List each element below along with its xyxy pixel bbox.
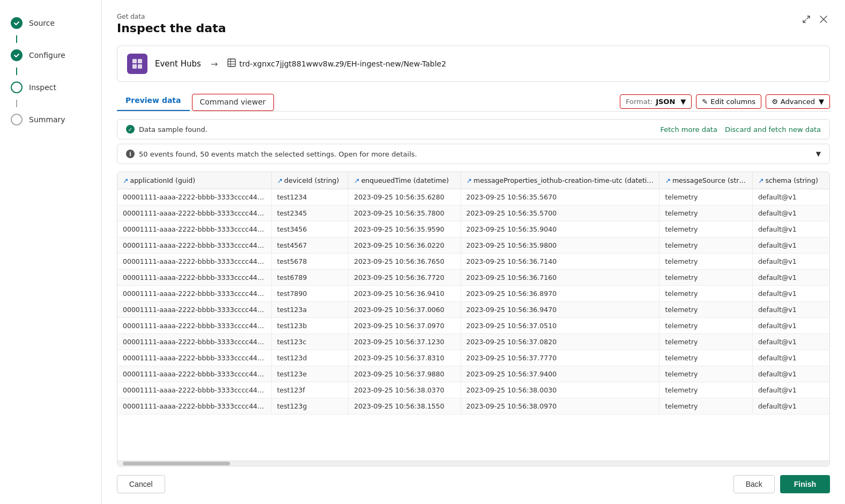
footer: Cancel Back Finish: [117, 475, 830, 493]
col-sort-icon: ↗: [758, 176, 764, 184]
col-header-applicationId: ↗applicationId (guid): [117, 172, 271, 189]
cell-messageProperties: 2023-09-25 10:56:38.0970: [461, 398, 659, 414]
sidebar-label-inspect: Inspect: [29, 83, 56, 92]
data-table-wrap: ↗applicationId (guid)↗deviceId (string)↗…: [117, 172, 830, 466]
format-select[interactable]: Format: JSON ▼: [620, 94, 692, 109]
table-path: trd-xgnxc7jjgt881wwv8w.z9/EH-ingest-new/…: [239, 60, 446, 68]
connector-1: [16, 35, 17, 43]
svg-rect-0: [132, 59, 137, 63]
step-circle-configure: [11, 49, 23, 61]
cell-applicationId: 00001111-aaaa-2222-bbbb-3333cccc4444: [117, 189, 271, 205]
col-sort-icon: ↗: [123, 176, 128, 184]
cell-deviceId: test123f: [271, 382, 349, 398]
cell-applicationId: 00001111-aaaa-2222-bbbb-3333cccc4444: [117, 382, 271, 398]
cell-applicationId: 00001111-aaaa-2222-bbbb-3333cccc4444: [117, 205, 271, 221]
col-header-deviceId: ↗deviceId (string): [271, 172, 349, 189]
info-text: 50 events found, 50 events match the sel…: [139, 150, 417, 158]
close-button[interactable]: [817, 13, 830, 26]
cell-schema: default@v1: [752, 205, 829, 221]
finish-button[interactable]: Finish: [780, 475, 830, 493]
sidebar-item-configure[interactable]: Configure: [0, 43, 101, 68]
cell-messageProperties: 2023-09-25 10:56:35.5700: [461, 205, 659, 221]
page-title: Inspect the data: [117, 21, 226, 35]
format-label: Format:: [626, 98, 653, 106]
cell-deviceId: test123b: [271, 318, 349, 334]
col-sort-icon: ↗: [665, 176, 670, 184]
table-row[interactable]: 00001111-aaaa-2222-bbbb-3333cccc4444test…: [117, 382, 829, 398]
status-left: Data sample found.: [126, 125, 207, 134]
cell-messageProperties: 2023-09-25 10:56:36.7160: [461, 270, 659, 286]
cell-messageSource: telemetry: [659, 270, 752, 286]
table-grid-icon: [227, 58, 236, 69]
table-row[interactable]: 00001111-aaaa-2222-bbbb-3333cccc4444test…: [117, 221, 829, 238]
cell-schema: default@v1: [752, 334, 829, 350]
cell-messageProperties: 2023-09-25 10:56:35.9040: [461, 221, 659, 238]
status-dot: [126, 125, 135, 134]
tab-command[interactable]: Command viewer: [192, 94, 274, 111]
discard-fetch-link[interactable]: Discard and fetch new data: [725, 125, 821, 134]
edit-columns-button[interactable]: ✎ Edit columns: [696, 94, 761, 109]
cell-deviceId: test123a: [271, 302, 349, 318]
table-row[interactable]: 00001111-aaaa-2222-bbbb-3333cccc4444test…: [117, 254, 829, 270]
cell-messageSource: telemetry: [659, 302, 752, 318]
cell-deviceId: test123d: [271, 350, 349, 366]
cell-messageProperties: 2023-09-25 10:56:38.0030: [461, 382, 659, 398]
status-bar: Data sample found. Fetch more data Disca…: [117, 119, 830, 139]
cell-schema: default@v1: [752, 221, 829, 238]
cell-deviceId: test3456: [271, 221, 349, 238]
table-row[interactable]: 00001111-aaaa-2222-bbbb-3333cccc4444test…: [117, 318, 829, 334]
source-bar: Event Hubs → trd-xgnxc7jjgt881wwv8w.z9/E…: [117, 46, 830, 82]
connector-2: [16, 68, 17, 75]
cell-messageSource: telemetry: [659, 221, 752, 238]
cancel-button[interactable]: Cancel: [117, 475, 165, 493]
table-path-area: trd-xgnxc7jjgt881wwv8w.z9/EH-ingest-new/…: [227, 58, 446, 69]
advanced-button[interactable]: ⚙ Advanced ▼: [766, 94, 830, 109]
table-row[interactable]: 00001111-aaaa-2222-bbbb-3333cccc4444test…: [117, 286, 829, 302]
table-row[interactable]: 00001111-aaaa-2222-bbbb-3333cccc4444test…: [117, 205, 829, 221]
col-header-messageProperties: ↗messageProperties_iothub-creation-time-…: [461, 172, 659, 189]
expand-button[interactable]: [800, 13, 813, 26]
fetch-more-link[interactable]: Fetch more data: [660, 125, 717, 134]
sidebar-item-summary[interactable]: Summary: [0, 107, 101, 132]
horizontal-scrollbar[interactable]: [117, 461, 829, 466]
table-row[interactable]: 00001111-aaaa-2222-bbbb-3333cccc4444test…: [117, 350, 829, 366]
table-row[interactable]: 00001111-aaaa-2222-bbbb-3333cccc4444test…: [117, 398, 829, 414]
table-row[interactable]: 00001111-aaaa-2222-bbbb-3333cccc4444test…: [117, 238, 829, 254]
main-content: Get data Inspect the data: [102, 0, 845, 504]
sidebar-item-source[interactable]: Source: [0, 11, 101, 35]
info-bar: i 50 events found, 50 events match the s…: [117, 144, 830, 164]
tab-preview[interactable]: Preview data: [117, 92, 190, 111]
step-circle-summary: [11, 114, 23, 125]
cell-applicationId: 00001111-aaaa-2222-bbbb-3333cccc4444: [117, 302, 271, 318]
cell-enqueuedTime: 2023-09-25 10:56:36.7650: [349, 254, 461, 270]
table-scroll[interactable]: ↗applicationId (guid)↗deviceId (string)↗…: [117, 172, 829, 461]
cell-enqueuedTime: 2023-09-25 10:56:35.9590: [349, 221, 461, 238]
table-row[interactable]: 00001111-aaaa-2222-bbbb-3333cccc4444test…: [117, 302, 829, 318]
cell-enqueuedTime: 2023-09-25 10:56:37.1230: [349, 334, 461, 350]
cell-messageProperties: 2023-09-25 10:56:37.0820: [461, 334, 659, 350]
cell-deviceId: test7890: [271, 286, 349, 302]
sidebar-item-inspect[interactable]: Inspect: [0, 75, 101, 100]
cell-enqueuedTime: 2023-09-25 10:56:37.8310: [349, 350, 461, 366]
cell-deviceId: test123e: [271, 366, 349, 382]
cell-applicationId: 00001111-aaaa-2222-bbbb-3333cccc4444: [117, 334, 271, 350]
cell-messageSource: telemetry: [659, 334, 752, 350]
info-chevron-icon[interactable]: ▼: [816, 150, 821, 158]
table-row[interactable]: 00001111-aaaa-2222-bbbb-3333cccc4444test…: [117, 270, 829, 286]
table-row[interactable]: 00001111-aaaa-2222-bbbb-3333cccc4444test…: [117, 189, 829, 205]
table-row[interactable]: 00001111-aaaa-2222-bbbb-3333cccc4444test…: [117, 366, 829, 382]
format-chevron-icon: ▼: [680, 98, 686, 106]
footer-left: Cancel: [117, 475, 165, 493]
cell-messageSource: telemetry: [659, 254, 752, 270]
cell-schema: default@v1: [752, 366, 829, 382]
back-button[interactable]: Back: [733, 475, 775, 493]
scrollbar-thumb: [123, 462, 230, 465]
status-text: Data sample found.: [139, 125, 207, 134]
cell-messageSource: telemetry: [659, 286, 752, 302]
cell-messageSource: telemetry: [659, 189, 752, 205]
cell-deviceId: test5678: [271, 254, 349, 270]
cell-applicationId: 00001111-aaaa-2222-bbbb-3333cccc4444: [117, 366, 271, 382]
table-row[interactable]: 00001111-aaaa-2222-bbbb-3333cccc4444test…: [117, 334, 829, 350]
cell-messageSource: telemetry: [659, 366, 752, 382]
cell-enqueuedTime: 2023-09-25 10:56:38.1550: [349, 398, 461, 414]
